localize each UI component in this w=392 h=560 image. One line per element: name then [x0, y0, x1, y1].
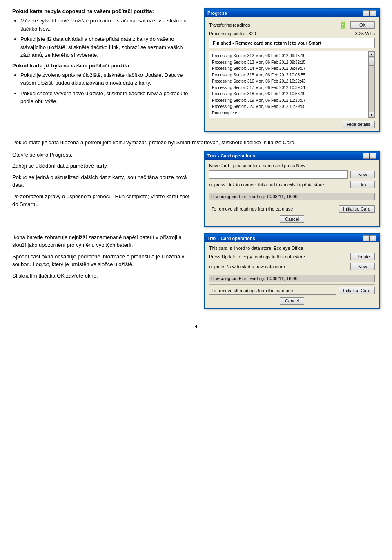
log-entry: Run complete	[212, 110, 366, 116]
new-card-label: New Card - please enter a name and press…	[209, 163, 375, 168]
new-card-name-input[interactable]	[209, 170, 348, 179]
scroll-down-arrow[interactable]: ▼	[369, 112, 374, 118]
log-entry: Processing Sector: 315 Mon, 06 Feb 2012 …	[212, 72, 366, 78]
para-run-complete: Po zobrazení zprávy o úspěšném přenosu (…	[12, 193, 196, 208]
left-text-col: Pokud karta nebyla doposud na vašem počí…	[12, 8, 196, 109]
processing-label: Processing sector: 320	[209, 31, 256, 36]
card-ops2-new-button[interactable]: New	[350, 263, 375, 270]
scrollbar[interactable]: ▲ ▼	[368, 51, 375, 118]
log-entry: Processing Sector: 313 Mon, 06 Feb 2012 …	[212, 59, 366, 66]
log-entry: Processing Sector: 316 Mon, 06 Feb 2012 …	[212, 78, 366, 85]
para-saving: Zahájí se ukládání dat z paměťové karty.	[12, 162, 196, 170]
log-entry: Processing Sector: 319 Mon, 06 Feb 2012 …	[212, 97, 366, 104]
separator4	[209, 284, 375, 285]
initialise-card-button-2[interactable]: Initialise Card	[339, 287, 375, 294]
para-open-progress: Otevře se okno Progress.	[12, 151, 196, 159]
update-copy-label: Press Update to copy readings to this da…	[209, 254, 348, 259]
ok-button[interactable]: OK	[350, 21, 375, 29]
card-ops1-close-button[interactable]: X	[370, 153, 376, 159]
progress-dialog: Progress ? X Transfering readings 🔋 OK	[204, 8, 380, 132]
progress-title-bar: Progress ? X	[205, 9, 379, 17]
volts-label: 3.25 Volts	[355, 31, 375, 36]
log-entry: Processing Sector: 317 Mon, 06 Feb 2012 …	[212, 85, 366, 91]
card-ops2-help-button[interactable]: ?	[363, 235, 369, 241]
bullet-item-4: Pokud chcete vytvořit nové úložiště, sti…	[20, 90, 196, 105]
scroll-up-arrow[interactable]: ▲	[369, 51, 374, 57]
separator1	[209, 191, 375, 191]
card-ops1-remove-row: To remove all readings from the card use…	[209, 205, 375, 213]
hide-details-button[interactable]: Hide details	[343, 121, 375, 128]
card-ops-dialog1-container: Trax - Card operations ? X New Card - pl…	[204, 151, 380, 227]
cancel-button-2[interactable]: Cancel	[280, 297, 304, 305]
log-entry: Processing Sector: 318 Mon, 06 Feb 2012 …	[212, 91, 366, 97]
page-layout: Pokud karta nebyla doposud na vašem počí…	[12, 8, 380, 329]
remove-label: To remove all readings from the card use	[209, 205, 336, 213]
para-log: Spodní část okna obsahuje podrobné infor…	[12, 253, 196, 269]
heading-used: Pokud karta již byla na vašem počítači p…	[12, 63, 196, 69]
card-ops1-title-label: Trax - Card operations	[207, 153, 255, 158]
progress-dialog-container: Progress ? X Transfering readings 🔋 OK	[204, 8, 380, 132]
para-middle1: Pokud máte již data uložena a potřebujet…	[12, 139, 380, 147]
card-ops2-close-button[interactable]: X	[370, 235, 376, 241]
battery-icon: 🔋	[338, 20, 347, 29]
card-ops-dialog2-container: Trax - Card operations ? X This card is …	[204, 233, 380, 309]
cancel-button-1[interactable]: Cancel	[280, 215, 304, 223]
para-battery: Ikona baterie zobrazuje nejnižší zazname…	[12, 233, 196, 249]
new-store-label: or press New to start a new data store	[209, 264, 348, 269]
card-ops2-new-row: or press New to start a new data store N…	[209, 263, 375, 270]
card-ops2-update-button[interactable]: Update	[350, 253, 375, 260]
hide-details-row: Hide details	[209, 121, 375, 128]
bullet-list-2: Pokud je zvoleno správné úložiště, stisk…	[20, 71, 196, 105]
heading-not-used: Pokud karta nebyla doposud na vašem počí…	[12, 8, 196, 14]
finished-box: Finished - Remove card and return it to …	[209, 38, 375, 48]
progress-title-label: Progress	[207, 11, 227, 16]
card-ops1-help-button[interactable]: ?	[363, 153, 369, 159]
card-ops2-remove-row: To remove all readings from the card use…	[209, 287, 375, 295]
linked-label: This card is linked to data store: Eco-e…	[209, 246, 375, 251]
scroll-thumb[interactable]	[369, 58, 374, 66]
initialise-card-button-1[interactable]: Initialise Card	[339, 205, 375, 213]
bullet-item-2: Pokud jste již data ukládali a chcete př…	[20, 35, 196, 59]
bottom-section: Ikona baterie zobrazuje nejnižší zazname…	[12, 233, 380, 309]
log-entry: Processing Sector: 312 Mon, 06 Feb 2012 …	[212, 53, 366, 59]
transfering-label: Transfering readings	[209, 22, 250, 27]
top-section: Pokud karta nebyla doposud na vašem počí…	[12, 8, 380, 132]
cancel-row-1: Cancel	[209, 215, 375, 223]
card-ops2-title-bar: Trax - Card operations ? X	[205, 234, 379, 242]
card-ops2-title-label: Trax - Card operations	[207, 236, 255, 241]
card-ops1-link-button[interactable]: Link	[350, 181, 375, 188]
card-ops1-content: New Card - please enter a name and press…	[205, 160, 379, 226]
bullet-list-1: Můžete vytvořit nové úložiště pro kartu …	[20, 17, 196, 59]
card-ops1-new-button[interactable]: New	[350, 171, 375, 178]
progress-help-button[interactable]: ?	[363, 10, 369, 16]
card-ops-dialog-1: Trax - Card operations ? X New Card - pl…	[204, 151, 380, 227]
card-ops1-new-card-row: New Card - please enter a name and press…	[209, 163, 375, 168]
log-area: Processing Sector: 312 Mon, 06 Feb 2012 …	[209, 51, 375, 118]
processing-row: Processing sector: 320 3.25 Volts	[209, 31, 375, 36]
para-update: Pokud se jedná o aktualizaci dalších dat…	[12, 173, 196, 189]
para-close: Stisknutím tlačítka OK zavřete okno.	[12, 272, 196, 280]
card-ops1-title-controls: ? X	[363, 153, 376, 159]
card-ops2-linked-row: This card is linked to data store: Eco-e…	[209, 246, 375, 251]
separator3	[209, 273, 375, 273]
card-ops2-title-controls: ? X	[363, 235, 376, 241]
middle-section: Otevře se okno Progress. Zahájí se uklád…	[12, 151, 380, 227]
remove-label-2: To remove all readings from the card use	[209, 287, 336, 295]
bottom-text-col: Ikona baterie zobrazuje nejnižší zazname…	[12, 233, 196, 283]
card-ops2-content: This card is linked to data store: Eco-e…	[205, 242, 379, 308]
link-label: or press Link to connect this card to an…	[209, 182, 348, 187]
progress-close-button[interactable]: X	[370, 10, 376, 16]
card-ops2-info: O:\ecolog.bin First reading: 10/08/11, 1…	[209, 275, 375, 282]
page-number: 4	[12, 323, 380, 329]
middle-text-col: Otevře se okno Progress. Zahájí se uklád…	[12, 151, 196, 212]
card-ops2-update-row: Press Update to copy readings to this da…	[209, 253, 375, 260]
processing-value: 320	[249, 31, 256, 36]
card-ops1-title-bar: Trax - Card operations ? X	[205, 152, 379, 160]
card-ops1-link-row: or press Link to connect this card to an…	[209, 181, 375, 188]
progress-log: Processing Sector: 312 Mon, 06 Feb 2012 …	[209, 51, 368, 118]
log-entry: Processing Sector: 314 Mon, 06 Feb 2012 …	[212, 65, 366, 72]
card-ops-dialog-2: Trax - Card operations ? X This card is …	[204, 233, 380, 309]
cancel-row-2: Cancel	[209, 297, 375, 305]
card-ops1-info: O:\ecolog.bin First reading: 10/08/11, 1…	[209, 193, 375, 200]
card-ops1-input-row: New	[209, 170, 375, 179]
